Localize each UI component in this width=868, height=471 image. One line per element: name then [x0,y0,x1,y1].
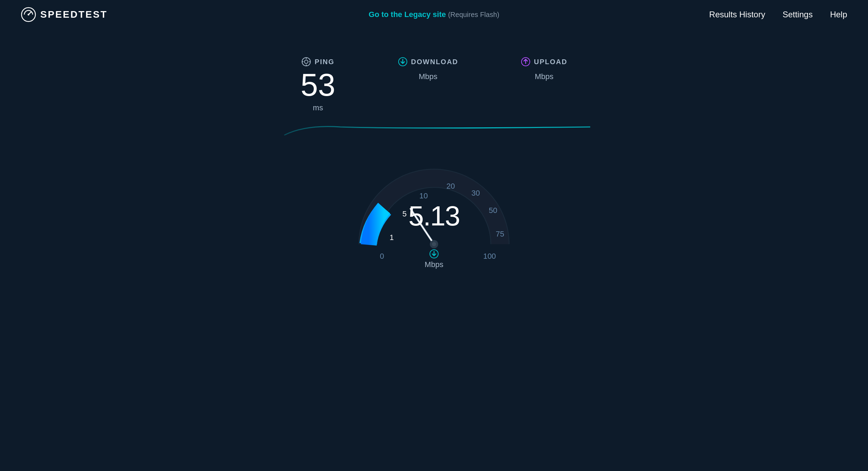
svg-text:5: 5 [402,209,407,218]
gauge-unit-download-icon [429,249,439,259]
header-nav: Results History Settings Help [709,10,847,19]
svg-text:30: 30 [471,189,480,197]
svg-text:0: 0 [380,252,384,260]
progress-line-container [278,123,590,137]
logo-text: SPEEDTEST [40,9,107,20]
svg-point-4 [304,60,308,63]
results-history-link[interactable]: Results History [709,10,765,19]
download-icon [398,57,408,67]
upload-label: UPLOAD [534,58,567,66]
svg-point-2 [28,14,30,16]
ping-value: 53 [301,69,335,101]
svg-text:10: 10 [419,191,428,200]
upload-icon [521,57,531,67]
download-unit: Mbps [419,72,437,81]
header: SPEEDTEST Go to the Legacy site (Require… [0,0,868,29]
legacy-link-text[interactable]: Go to the Legacy site [369,10,446,19]
svg-text:20: 20 [446,182,455,190]
logo: SPEEDTEST [21,7,107,22]
settings-link[interactable]: Settings [783,10,813,19]
gauge-unit-text: Mbps [425,260,443,269]
gauge-current-value: 5.13 [408,200,460,232]
ping-label-row: PING [301,57,334,67]
download-label-row: DOWNLOAD [398,57,458,67]
svg-text:75: 75 [496,230,504,238]
ping-stat: PING 53 ms [301,57,335,112]
download-stat: DOWNLOAD Mbps [398,57,458,81]
ping-label: PING [315,58,334,66]
legacy-requires-text: (Requires Flash) [448,11,499,18]
help-link[interactable]: Help [830,10,847,19]
svg-point-26 [432,242,436,246]
svg-text:50: 50 [489,206,497,215]
header-legacy-link[interactable]: Go to the Legacy site (Requires Flash) [369,10,499,19]
progress-line-svg [278,123,590,137]
upload-label-row: UPLOAD [521,57,567,67]
stats-row: PING 53 ms DOWNLOAD Mbps [301,57,568,112]
upload-stat: UPLOAD Mbps [521,57,567,81]
gauge-container: 0 1 5 10 20 30 50 75 100 [347,140,521,279]
svg-text:100: 100 [483,252,496,260]
speedtest-logo-icon [21,7,36,22]
ping-icon [301,57,311,67]
ping-unit: ms [313,103,323,112]
download-label: DOWNLOAD [411,58,458,66]
main-content: PING 53 ms DOWNLOAD Mbps [0,29,868,279]
upload-unit: Mbps [535,72,553,81]
svg-text:1: 1 [390,233,394,242]
